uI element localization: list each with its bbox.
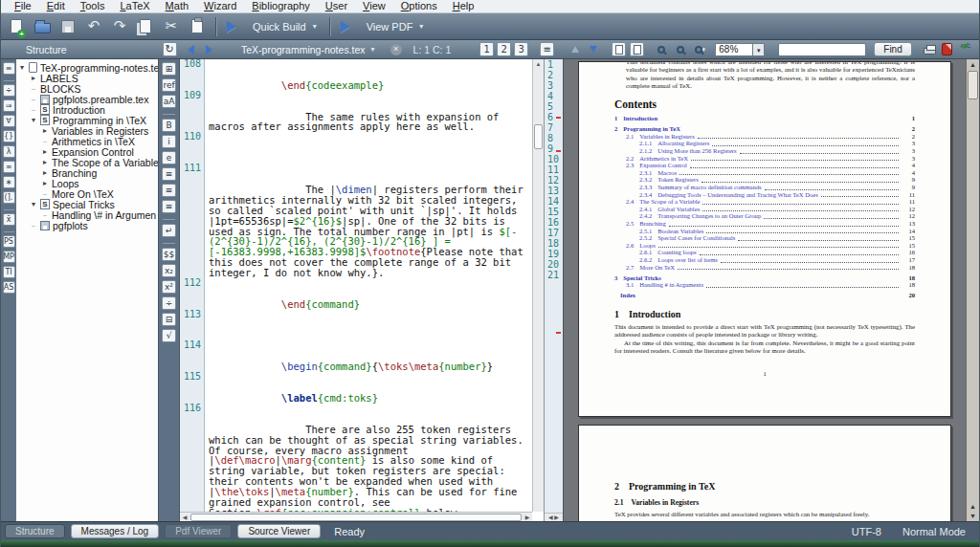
arrow-symbols-tab[interactable]: ⇒ [3,99,15,112]
cut-button[interactable]: ✂ [160,16,183,37]
menu-item[interactable]: Options [393,0,445,12]
structure-tree-item[interactable]: Loops [18,178,158,188]
status-panel-button[interactable]: Source Viewer [237,524,321,538]
scroll-up-arrow-icon[interactable]: ▲ [967,59,979,70]
undo-button[interactable]: ↶ [82,16,105,37]
zoom-level-combo[interactable]: 68% ▾ [715,43,765,56]
print-icon[interactable] [924,48,936,55]
structure-tree-item[interactable]: The Scope of a Variable [18,157,158,167]
status-panel-button[interactable]: Pdf Viewer [165,524,232,538]
split-view-pane[interactable]: 123456789101112131415161718192021 ◀ ▶ [545,59,564,521]
delimiter-symbols-tab[interactable]: (]. [3,191,15,204]
toc-entry[interactable]: 2.3 Expansion Control 4 [614,162,915,169]
toc-entry[interactable]: 2.6.2 Loops over list of items 17 [614,256,915,264]
bookmark-button[interactable]: 3 [514,42,528,56]
quick-build-caret-icon[interactable]: ▾ [313,22,323,31]
view-pdf-caret-icon[interactable]: ▾ [419,22,429,31]
copy-button[interactable] [134,16,157,37]
bookmark-button[interactable]: 2 [497,42,511,56]
quick-build-run-button[interactable] [223,16,246,37]
pdf-vertical-scrollbar[interactable]: ▲ ▲ ▼ [966,59,979,521]
find-input[interactable] [778,43,866,56]
scroll-down-arrow-icon[interactable]: ▼ [967,512,979,521]
toc-entry[interactable]: 2.1 Variables in Registers 2 [614,133,915,141]
structure-tree-item[interactable]: TeX-programming-notes.te [18,62,158,73]
tree-expander-icon[interactable] [43,126,52,135]
greek-symbols-tab[interactable]: λ [3,145,15,158]
toc-entry[interactable]: 2.1.1 Allocating Registers 3 [614,140,915,147]
mini-horizontal-scrollbar[interactable]: ◀ ▶ [545,513,563,521]
copy-note-button[interactable] [612,42,626,56]
view-pdf-label[interactable]: View PDF [363,21,417,33]
toc-entry[interactable]: 2.3.1 Macros 4 [614,169,915,177]
zoom-out-button[interactable] [654,42,669,56]
structure-tree-item[interactable]: Arithmetics in \TeX [18,136,158,146]
structure-tree-item[interactable]: Programming in \TeX [18,115,158,125]
zoom-level-value[interactable]: 68% [715,43,753,56]
insert-label-button[interactable]: ⊞ [162,62,176,76]
toc-entry[interactable]: 1 Introduction 1 [614,115,915,122]
italic-button[interactable]: i [162,135,176,148]
toc-entry[interactable]: 2.4.2 Transporting Changes to an Outer G… [614,212,915,220]
zoom-mode-button[interactable]: ▾ [692,42,707,56]
scroll-right-arrow-icon[interactable]: ▶ [523,514,532,520]
tree-expander-icon[interactable] [32,221,40,230]
subscript-button[interactable]: x₂ [162,264,176,277]
structure-tree-item[interactable]: pgfplots.preamble.tex [18,94,158,104]
structure-tree-item[interactable]: Expansion Control [18,146,158,157]
structure-tree-item[interactable]: LABELS [18,73,158,83]
refresh-structure-button[interactable]: ↻ [163,42,177,56]
inline-math-button[interactable]: $$ [162,248,176,261]
toc-entry[interactable]: 2.1.2 Using More than 256 Registers 3 [614,147,915,155]
tikz-tab[interactable]: TI [3,266,15,278]
toc-entry[interactable]: 3 Special Tricks 18 [614,274,915,282]
tree-expander-icon[interactable] [32,116,40,124]
dfrac-button[interactable]: ⊟ [162,313,176,326]
tree-expander-icon[interactable] [32,95,40,103]
superscript-button[interactable]: x² [162,280,176,294]
structure-tree-item[interactable]: Special Tricks [18,199,158,209]
bookmark-list-button[interactable]: ≡ [540,42,554,56]
document-tab[interactable]: TeX-programming-notes.tex [241,44,366,55]
tree-expander-icon[interactable] [43,189,52,198]
new-document-button[interactable] [5,16,28,37]
zoom-in-button[interactable] [673,42,688,56]
redo-button[interactable]: ↷ [108,16,131,37]
structure-tree-item[interactable]: pgfplots [18,220,158,230]
misc-math-symbols-tab[interactable]: ∞ [3,161,15,173]
paste-note-button[interactable] [630,42,644,56]
asymptote-tab[interactable]: AS [3,281,15,294]
most-used-symbols-tab[interactable]: x̄ [3,213,15,226]
bold-button[interactable]: B [162,119,176,132]
tree-expander-icon[interactable] [43,137,52,145]
forward-button[interactable] [202,42,216,56]
newline-button[interactable]: ↵ [162,224,176,237]
previous-mark-button[interactable] [568,42,582,56]
tree-expander-icon[interactable] [43,158,52,166]
scrollbar-thumb[interactable] [534,124,543,149]
misc-symbols-tab[interactable]: ∗ [3,176,15,188]
toc-entry[interactable]: 2.4.1 Global Variables 12 [614,206,915,213]
bookmark-button[interactable]: 1 [479,42,494,56]
close-document-button[interactable]: × [390,44,402,55]
save-button[interactable] [56,16,79,37]
align-left-button[interactable]: ≡ [162,167,176,181]
toc-entry[interactable]: 2.6 Loops 15 [614,242,915,250]
emphasis-button[interactable]: e [162,151,176,164]
toc-entry[interactable]: 2.3.4 Debugging Tools – Understanding an… [614,191,915,199]
tab-dropdown-caret-icon[interactable]: ▾ [371,45,375,54]
structure-tree-item[interactable]: Introduction [18,104,158,115]
encoding-label[interactable]: UTF-8 [852,526,881,537]
back-button[interactable] [184,42,198,56]
toc-entry[interactable]: 2.7 More On TeX 18 [614,264,915,272]
tree-expander-icon[interactable] [32,200,40,208]
insert-ref-button[interactable]: ref [162,78,176,92]
tree-expander-icon[interactable] [32,105,40,114]
toc-entry[interactable]: 2 Programming in TeX 2 [614,125,915,133]
menu-item[interactable]: View [355,0,393,12]
sqrt-button[interactable]: √ [162,329,176,342]
scrollbar-thumb[interactable] [968,71,978,99]
toc-entry[interactable]: 2.2 Arithmetics in TeX 3 [614,155,915,163]
scroll-up-arrow-icon[interactable]: ▲ [533,59,544,69]
menu-item[interactable]: Edit [39,0,73,12]
